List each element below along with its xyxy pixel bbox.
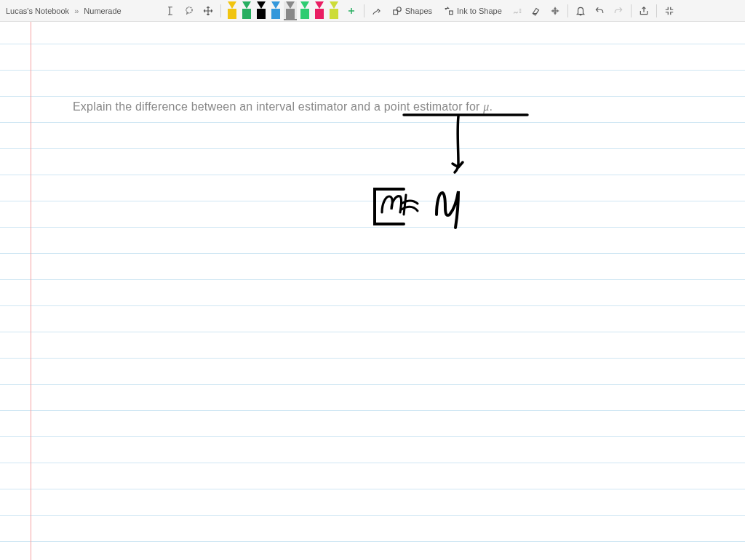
draw-tool-button[interactable] xyxy=(369,3,385,19)
pen-tip-icon xyxy=(330,1,338,9)
undo-icon xyxy=(594,6,605,16)
pen-3[interactable] xyxy=(269,1,282,20)
toolbar-divider xyxy=(220,4,221,17)
pen-body-icon xyxy=(300,9,309,19)
pen-body-icon xyxy=(242,9,251,19)
pen-body-icon xyxy=(315,9,324,19)
eraser-button[interactable] xyxy=(528,3,544,19)
pen-2[interactable] xyxy=(255,1,268,20)
svg-point-2 xyxy=(397,7,401,11)
ruler-button[interactable] xyxy=(547,3,563,19)
text-cursor-icon xyxy=(165,6,175,16)
lasso-icon xyxy=(184,6,194,16)
move-icon xyxy=(203,6,213,16)
pen-body-icon xyxy=(257,9,266,19)
undo-button[interactable] xyxy=(591,3,607,19)
pen-4[interactable] xyxy=(284,1,297,20)
pen-body-icon xyxy=(228,9,236,19)
toolbar-divider xyxy=(656,4,657,17)
toolbar-divider xyxy=(567,4,568,17)
pen-body-icon xyxy=(286,9,295,19)
shapes-label: Shapes xyxy=(405,7,432,15)
breadcrumb-page[interactable]: Numerade xyxy=(84,7,121,15)
handwritten-approx-stroke xyxy=(402,195,418,215)
bell-icon xyxy=(575,6,586,16)
pen-0[interactable] xyxy=(226,1,239,20)
pen-tip-icon xyxy=(228,1,236,9)
page-canvas[interactable]: Explain the difference between an interv… xyxy=(0,22,745,560)
svg-point-0 xyxy=(186,7,192,12)
text-tool-button[interactable] xyxy=(162,3,178,19)
handwritten-m-stroke xyxy=(382,196,402,212)
breadcrumb-separator: » xyxy=(74,7,79,15)
toolbar: Lucas's Notebook » Numerade Shapes Ink t… xyxy=(0,0,745,22)
fullscreen-button[interactable] xyxy=(661,3,677,19)
shapes-icon xyxy=(392,6,402,16)
pen-7[interactable] xyxy=(327,1,340,20)
pen-tip-icon xyxy=(271,1,280,9)
ink-to-shape-label: Ink to Shape xyxy=(457,7,502,15)
ink-to-text-button[interactable] xyxy=(509,3,525,19)
breadcrumb[interactable]: Lucas's Notebook » Numerade xyxy=(6,7,127,15)
arrow-stroke xyxy=(453,116,463,172)
pen-1[interactable] xyxy=(240,1,253,20)
shapes-button[interactable]: Shapes xyxy=(388,4,437,17)
ink-to-shape-icon xyxy=(444,6,454,16)
lasso-tool-button[interactable] xyxy=(181,3,197,19)
pan-tool-button[interactable] xyxy=(200,3,216,19)
notifications-button[interactable] xyxy=(573,3,589,19)
pen-palette xyxy=(226,1,340,20)
ink-to-text-icon xyxy=(512,6,522,16)
ink-layer xyxy=(0,22,745,560)
redo-button[interactable] xyxy=(610,3,626,19)
pen-5[interactable] xyxy=(298,1,311,20)
box-stroke xyxy=(375,189,404,224)
pen-tip-icon xyxy=(315,1,324,9)
ruler-icon xyxy=(550,6,560,16)
eraser-icon xyxy=(531,6,541,16)
add-pen-button[interactable] xyxy=(343,3,359,19)
ink-to-shape-button[interactable]: Ink to Shape xyxy=(439,4,506,17)
pen-tip-icon xyxy=(286,1,295,9)
pen-body-icon xyxy=(330,9,338,19)
share-button[interactable] xyxy=(636,3,652,19)
pen-tip-icon xyxy=(257,1,266,9)
draw-icon xyxy=(372,6,382,16)
toolbar-divider xyxy=(364,4,364,17)
redo-icon xyxy=(613,6,624,16)
svg-rect-3 xyxy=(450,11,453,15)
toolbar-divider xyxy=(631,4,632,17)
plus-icon xyxy=(347,7,356,15)
handwritten-mu-stroke xyxy=(437,191,458,228)
collapse-icon xyxy=(664,6,674,16)
pen-body-icon xyxy=(271,9,280,19)
pen-tip-icon xyxy=(242,1,251,9)
breadcrumb-notebook[interactable]: Lucas's Notebook xyxy=(6,7,69,15)
pen-tip-icon xyxy=(300,1,309,9)
pen-6[interactable] xyxy=(313,1,326,20)
share-icon xyxy=(639,6,649,16)
